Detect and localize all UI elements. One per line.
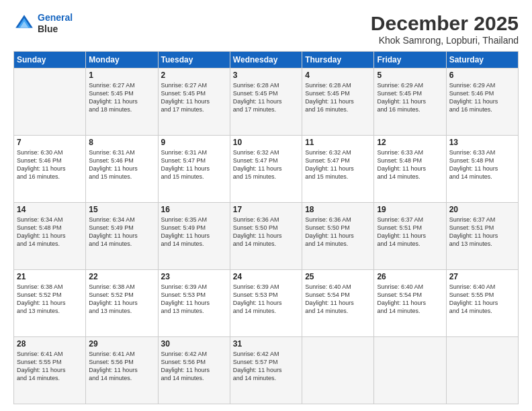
cell-info: Sunrise: 6:29 AMSunset: 5:45 PMDaylight:… <box>377 81 443 114</box>
calendar-cell <box>446 337 518 404</box>
cell-day-number: 9 <box>161 138 227 147</box>
calendar-cell: 7Sunrise: 6:30 AMSunset: 5:46 PMDaylight… <box>14 136 86 203</box>
calendar-cell: 9Sunrise: 6:31 AMSunset: 5:47 PMDaylight… <box>158 136 230 203</box>
cell-info: Sunrise: 6:38 AMSunset: 5:52 PMDaylight:… <box>89 283 154 316</box>
calendar-cell: 28Sunrise: 6:41 AMSunset: 5:55 PMDayligh… <box>14 337 86 404</box>
calendar-cell: 16Sunrise: 6:35 AMSunset: 5:49 PMDayligh… <box>158 203 230 270</box>
cell-info: Sunrise: 6:35 AMSunset: 5:49 PMDaylight:… <box>161 216 227 248</box>
cell-day-number: 15 <box>89 205 154 214</box>
cell-info: Sunrise: 6:34 AMSunset: 5:48 PMDaylight:… <box>17 216 83 248</box>
logo-line1: General <box>38 12 73 23</box>
cell-day-number: 18 <box>305 205 371 214</box>
header-tuesday: Tuesday <box>158 52 230 68</box>
cell-day-number: 22 <box>89 272 154 281</box>
cell-info: Sunrise: 6:31 AMSunset: 5:47 PMDaylight:… <box>161 148 227 181</box>
cell-day-number: 16 <box>161 205 227 214</box>
header-monday: Monday <box>86 52 158 68</box>
cell-day-number: 2 <box>161 71 227 80</box>
cell-day-number: 24 <box>233 272 299 281</box>
calendar-table: SundayMondayTuesdayWednesdayThursdayFrid… <box>13 51 519 404</box>
calendar-cell: 26Sunrise: 6:40 AMSunset: 5:54 PMDayligh… <box>374 270 446 337</box>
calendar-cell: 19Sunrise: 6:37 AMSunset: 5:51 PMDayligh… <box>374 203 446 270</box>
cell-day-number: 5 <box>377 71 443 80</box>
header: General Blue December 2025 Khok Samrong,… <box>13 12 519 46</box>
calendar-cell: 17Sunrise: 6:36 AMSunset: 5:50 PMDayligh… <box>230 203 302 270</box>
cell-info: Sunrise: 6:36 AMSunset: 5:50 PMDaylight:… <box>305 216 371 248</box>
cell-info: Sunrise: 6:34 AMSunset: 5:49 PMDaylight:… <box>89 216 154 248</box>
cell-day-number: 3 <box>233 71 299 80</box>
cell-day-number: 14 <box>17 205 83 214</box>
logo-text: General Blue <box>38 12 73 35</box>
cell-day-number: 11 <box>305 138 371 147</box>
cell-info: Sunrise: 6:41 AMSunset: 5:55 PMDaylight:… <box>17 350 83 383</box>
cell-info: Sunrise: 6:28 AMSunset: 5:45 PMDaylight:… <box>305 81 371 114</box>
cell-day-number: 8 <box>89 138 154 147</box>
cell-day-number: 1 <box>89 71 154 80</box>
calendar-week-3: 21Sunrise: 6:38 AMSunset: 5:52 PMDayligh… <box>14 270 519 337</box>
calendar-cell: 3Sunrise: 6:28 AMSunset: 5:45 PMDaylight… <box>230 68 302 136</box>
calendar-week-4: 28Sunrise: 6:41 AMSunset: 5:55 PMDayligh… <box>14 337 519 404</box>
header-saturday: Saturday <box>446 52 518 68</box>
logo: General Blue <box>13 12 73 35</box>
cell-day-number: 20 <box>449 205 515 214</box>
calendar-cell <box>374 337 446 404</box>
calendar-cell: 13Sunrise: 6:33 AMSunset: 5:48 PMDayligh… <box>446 136 518 203</box>
calendar-cell: 21Sunrise: 6:38 AMSunset: 5:52 PMDayligh… <box>14 270 86 337</box>
cell-day-number: 23 <box>161 272 227 281</box>
cell-day-number: 31 <box>233 339 299 349</box>
cell-info: Sunrise: 6:40 AMSunset: 5:55 PMDaylight:… <box>449 283 515 316</box>
cell-info: Sunrise: 6:37 AMSunset: 5:51 PMDaylight:… <box>377 216 443 248</box>
calendar-week-0: 1Sunrise: 6:27 AMSunset: 5:45 PMDaylight… <box>14 68 519 136</box>
cell-info: Sunrise: 6:37 AMSunset: 5:51 PMDaylight:… <box>449 216 515 248</box>
calendar-cell: 20Sunrise: 6:37 AMSunset: 5:51 PMDayligh… <box>446 203 518 270</box>
calendar-cell: 23Sunrise: 6:39 AMSunset: 5:53 PMDayligh… <box>158 270 230 337</box>
logo-icon <box>13 13 35 34</box>
cell-day-number: 10 <box>233 138 299 147</box>
cell-info: Sunrise: 6:36 AMSunset: 5:50 PMDaylight:… <box>233 216 299 248</box>
main-title: December 2025 <box>371 12 519 35</box>
cell-info: Sunrise: 6:27 AMSunset: 5:45 PMDaylight:… <box>89 81 154 114</box>
calendar-cell: 8Sunrise: 6:31 AMSunset: 5:46 PMDaylight… <box>86 136 158 203</box>
calendar-cell: 4Sunrise: 6:28 AMSunset: 5:45 PMDaylight… <box>302 68 374 136</box>
calendar-cell: 31Sunrise: 6:42 AMSunset: 5:57 PMDayligh… <box>230 337 302 404</box>
cell-day-number: 26 <box>377 272 443 281</box>
cell-day-number: 7 <box>17 138 83 147</box>
calendar-cell: 1Sunrise: 6:27 AMSunset: 5:45 PMDaylight… <box>86 68 158 136</box>
cell-day-number: 19 <box>377 205 443 214</box>
cell-day-number: 6 <box>449 71 515 80</box>
calendar-cell: 18Sunrise: 6:36 AMSunset: 5:50 PMDayligh… <box>302 203 374 270</box>
cell-day-number: 4 <box>305 71 371 80</box>
calendar-cell: 15Sunrise: 6:34 AMSunset: 5:49 PMDayligh… <box>86 203 158 270</box>
calendar-week-1: 7Sunrise: 6:30 AMSunset: 5:46 PMDaylight… <box>14 136 519 203</box>
cell-day-number: 17 <box>233 205 299 214</box>
calendar-cell: 29Sunrise: 6:41 AMSunset: 5:56 PMDayligh… <box>86 337 158 404</box>
cell-info: Sunrise: 6:28 AMSunset: 5:45 PMDaylight:… <box>233 81 299 114</box>
page: General Blue December 2025 Khok Samrong,… <box>0 0 532 411</box>
cell-info: Sunrise: 6:41 AMSunset: 5:56 PMDaylight:… <box>89 350 154 383</box>
cell-info: Sunrise: 6:39 AMSunset: 5:53 PMDaylight:… <box>161 283 227 316</box>
subtitle: Khok Samrong, Lopburi, Thailand <box>371 35 519 46</box>
calendar-cell: 11Sunrise: 6:32 AMSunset: 5:47 PMDayligh… <box>302 136 374 203</box>
cell-info: Sunrise: 6:32 AMSunset: 5:47 PMDaylight:… <box>305 148 371 181</box>
cell-day-number: 13 <box>449 138 515 147</box>
calendar-cell <box>302 337 374 404</box>
cell-info: Sunrise: 6:29 AMSunset: 5:46 PMDaylight:… <box>449 81 515 114</box>
calendar-cell: 2Sunrise: 6:27 AMSunset: 5:45 PMDaylight… <box>158 68 230 136</box>
title-block: December 2025 Khok Samrong, Lopburi, Tha… <box>371 12 519 46</box>
cell-day-number: 25 <box>305 272 371 281</box>
cell-day-number: 28 <box>17 339 83 349</box>
header-thursday: Thursday <box>302 52 374 68</box>
cell-day-number: 12 <box>377 138 443 147</box>
cell-day-number: 30 <box>161 339 227 349</box>
header-sunday: Sunday <box>14 52 86 68</box>
cell-info: Sunrise: 6:33 AMSunset: 5:48 PMDaylight:… <box>449 148 515 181</box>
calendar-cell: 25Sunrise: 6:40 AMSunset: 5:54 PMDayligh… <box>302 270 374 337</box>
calendar-cell: 30Sunrise: 6:42 AMSunset: 5:56 PMDayligh… <box>158 337 230 404</box>
cell-info: Sunrise: 6:42 AMSunset: 5:56 PMDaylight:… <box>161 350 227 383</box>
calendar-header-row: SundayMondayTuesdayWednesdayThursdayFrid… <box>14 52 519 68</box>
cell-day-number: 21 <box>17 272 83 281</box>
cell-info: Sunrise: 6:40 AMSunset: 5:54 PMDaylight:… <box>305 283 371 316</box>
calendar-cell: 10Sunrise: 6:32 AMSunset: 5:47 PMDayligh… <box>230 136 302 203</box>
cell-day-number: 27 <box>449 272 515 281</box>
header-wednesday: Wednesday <box>230 52 302 68</box>
